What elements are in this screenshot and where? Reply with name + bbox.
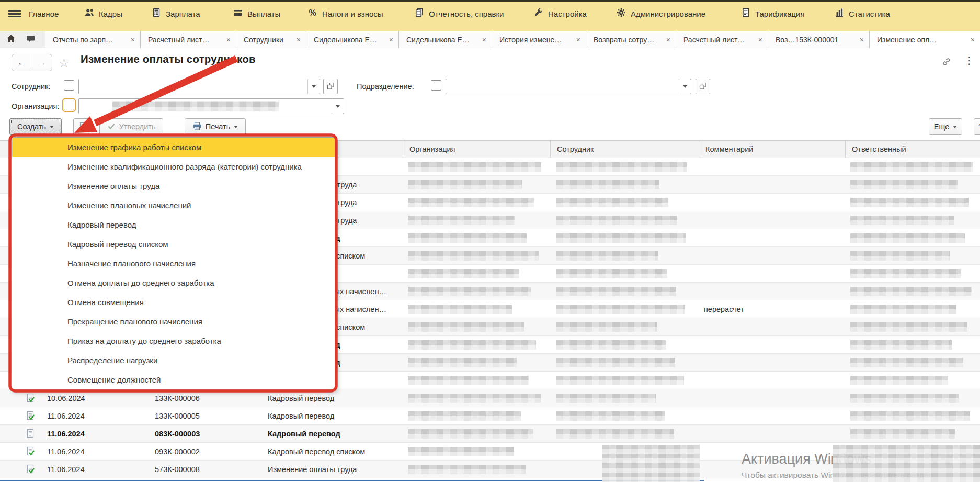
cell-number: 133К-000005 bbox=[155, 407, 244, 425]
redacted-text bbox=[850, 411, 970, 421]
menu-item-3[interactable]: Зарплата bbox=[151, 0, 200, 27]
menu-item-6[interactable]: Отчетность, справки bbox=[414, 0, 504, 27]
menu-item-4[interactable]: Выплаты bbox=[233, 0, 280, 27]
tab-close-icon[interactable]: × bbox=[482, 36, 486, 44]
create-menu-item-7[interactable]: Назначение планового начисления bbox=[12, 254, 335, 273]
menu-item-1[interactable]: Главное bbox=[29, 0, 59, 27]
forward-button[interactable]: → bbox=[32, 54, 52, 71]
redacted-text bbox=[408, 198, 534, 207]
redacted-text bbox=[408, 233, 527, 243]
organization-filter-checkbox[interactable] bbox=[64, 100, 74, 110]
redacted-text bbox=[850, 216, 954, 225]
create-menu-item-4[interactable]: Изменение плановых начислений bbox=[12, 196, 335, 215]
tab-2[interactable]: Расчетный лист…× bbox=[140, 31, 236, 48]
create-menu-item-8[interactable]: Отмена доплаты до среднего заработка bbox=[12, 273, 335, 293]
document-posted-icon bbox=[26, 464, 35, 476]
title-bar: ← → ☆ Изменение оплаты сотрудников ⋮ bbox=[0, 48, 980, 74]
redacted-block bbox=[602, 445, 700, 482]
document-posted-icon bbox=[26, 446, 35, 458]
more-button[interactable]: Еще bbox=[929, 118, 962, 135]
tab-close-icon[interactable]: × bbox=[758, 36, 762, 44]
tab-1[interactable]: Отчеты по зарп…× bbox=[45, 31, 140, 48]
menu-stats-icon bbox=[834, 7, 845, 20]
create-button[interactable]: Создать bbox=[9, 118, 62, 135]
redacted-text bbox=[556, 394, 656, 403]
tab-close-icon[interactable]: × bbox=[389, 36, 393, 44]
employee-choose-button[interactable] bbox=[323, 79, 338, 94]
menu-calculator-icon bbox=[151, 7, 162, 20]
more-actions-icon[interactable]: ⋮ bbox=[964, 54, 974, 66]
employee-filter-checkbox[interactable] bbox=[64, 80, 74, 91]
column-header-2[interactable]: Сотрудник bbox=[550, 141, 699, 158]
status-line bbox=[0, 480, 704, 481]
tab-3[interactable]: Сотрудники× bbox=[236, 31, 306, 48]
copy-document-icon[interactable] bbox=[73, 118, 92, 135]
create-menu-item-2[interactable]: Изменение квалификационного разряда (кат… bbox=[12, 157, 335, 176]
tab-9[interactable]: Воз…153К-000001× bbox=[768, 31, 869, 48]
menu-tariff-icon bbox=[740, 7, 751, 20]
svg-text:%: % bbox=[309, 8, 316, 17]
create-menu-item-12[interactable]: Распределение нагрузки bbox=[12, 351, 335, 370]
column-header-3[interactable]: Комментарий bbox=[699, 141, 845, 158]
tab-5[interactable]: Сидельникова Е…× bbox=[398, 31, 492, 48]
tab-close-icon[interactable]: × bbox=[576, 36, 580, 44]
tab-close-icon[interactable]: × bbox=[131, 36, 135, 44]
table-row[interactable]: 10.06.2024133К-000006Кадровый перевод bbox=[0, 389, 980, 407]
tab-close-icon[interactable]: × bbox=[297, 36, 301, 44]
create-menu-item-11[interactable]: Приказ на доплату до среднего заработка bbox=[12, 331, 335, 351]
column-header-1[interactable]: Организация bbox=[403, 141, 550, 158]
department-choose-button[interactable] bbox=[696, 79, 710, 94]
cell-doc-type: Кадровый перевод bbox=[268, 407, 401, 425]
department-filter-checkbox[interactable] bbox=[431, 80, 441, 91]
tab-10[interactable]: Изменение опл…× bbox=[869, 31, 980, 48]
tab-4[interactable]: Сидельникова Е…× bbox=[306, 31, 398, 48]
redacted-text bbox=[408, 216, 515, 225]
menu-item-9[interactable]: Тарификация bbox=[740, 0, 805, 27]
create-menu-item-9[interactable]: Отмена совмещения bbox=[12, 293, 335, 312]
menu-people-icon bbox=[84, 7, 95, 20]
menu-item-5[interactable]: %Налоги и взносы bbox=[307, 0, 383, 27]
get-link-icon[interactable] bbox=[941, 57, 952, 69]
tab-7[interactable]: Возвраты сотру…× bbox=[586, 31, 676, 48]
department-combo-arrow-icon[interactable] bbox=[679, 79, 691, 94]
menu-item-7[interactable]: Настройка bbox=[533, 0, 587, 27]
menu-item-label: Настройка bbox=[548, 9, 587, 18]
hamburger-menu-icon[interactable] bbox=[8, 8, 21, 19]
menu-item-label: Отчетность, справки bbox=[429, 9, 504, 18]
approve-button[interactable]: Утвердить bbox=[99, 118, 163, 135]
help-button[interactable]: ? bbox=[974, 118, 980, 135]
table-row[interactable]: 11.06.2024083К-000003Кадровый перевод bbox=[0, 425, 980, 443]
home-icon[interactable] bbox=[3, 32, 19, 46]
menu-item-2[interactable]: Кадры bbox=[84, 0, 122, 27]
tab-close-icon[interactable]: × bbox=[860, 36, 864, 44]
print-button[interactable]: Печать bbox=[185, 118, 246, 135]
create-menu-item-10[interactable]: Прекращение планового начисления bbox=[12, 312, 335, 331]
employee-combo-arrow-icon[interactable] bbox=[307, 79, 320, 94]
create-menu-item-1[interactable]: Изменение графика работы списком bbox=[12, 138, 335, 157]
redacted-text bbox=[556, 198, 668, 207]
menu-item-10[interactable]: Статистика bbox=[834, 0, 890, 27]
tab-close-icon[interactable]: × bbox=[666, 36, 670, 44]
menu-item-8[interactable]: Администрирование bbox=[616, 0, 705, 27]
tab-8[interactable]: Расчетный лист…× bbox=[676, 31, 768, 48]
tab-6[interactable]: История измене…× bbox=[492, 31, 586, 48]
discussions-icon[interactable] bbox=[23, 32, 39, 46]
redacted-text bbox=[408, 305, 512, 314]
tab-close-icon[interactable]: × bbox=[226, 36, 231, 44]
create-menu-item-13[interactable]: Совмещение должностей bbox=[12, 370, 335, 389]
menu-item-label: Выплаты bbox=[247, 9, 280, 18]
create-menu-item-5[interactable]: Кадровый перевод bbox=[12, 215, 335, 234]
table-row[interactable]: 11.06.2024133К-000005Кадровый перевод bbox=[0, 407, 980, 425]
column-header-4[interactable]: Ответственный bbox=[845, 141, 980, 158]
create-menu-item-3[interactable]: Изменение оплаты труда bbox=[12, 176, 335, 196]
employee-filter-input[interactable] bbox=[78, 79, 320, 94]
back-button[interactable]: ← bbox=[12, 54, 32, 71]
tab-label: История измене… bbox=[499, 36, 562, 44]
organization-filter-input[interactable] bbox=[78, 98, 344, 114]
tab-close-icon[interactable]: × bbox=[971, 36, 975, 44]
create-menu-item-6[interactable]: Кадровый перевод списком bbox=[12, 234, 335, 254]
department-filter-input[interactable] bbox=[446, 79, 691, 94]
redacted-text bbox=[850, 429, 955, 439]
favorite-star-icon[interactable]: ☆ bbox=[59, 56, 70, 70]
organization-combo-arrow-icon[interactable] bbox=[332, 99, 344, 114]
